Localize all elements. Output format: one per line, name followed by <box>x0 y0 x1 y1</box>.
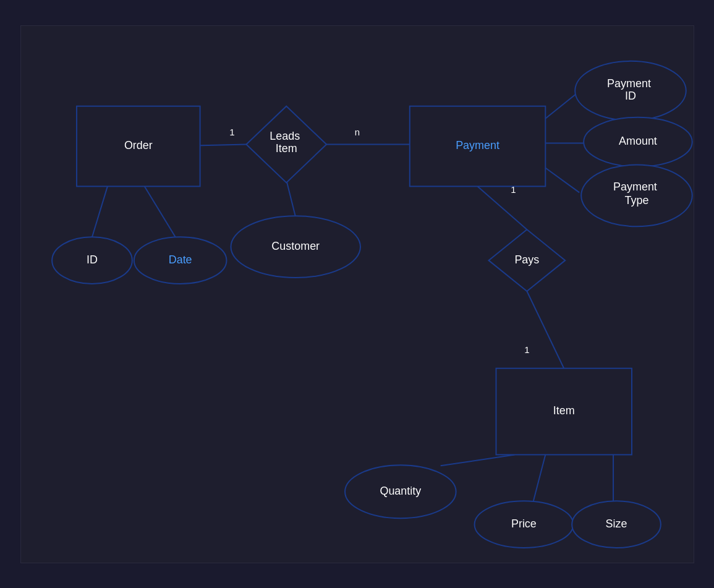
cardinality-1-pays-item: 1 <box>524 344 529 354</box>
er-diagram-svg: Order Payment Leads Item Pays Item ID Da… <box>21 26 694 563</box>
pays-label: Pays <box>514 253 539 265</box>
order-label: Order <box>124 139 152 151</box>
price-label: Price <box>511 517 536 529</box>
svg-line-7 <box>286 180 295 217</box>
svg-line-5 <box>91 186 107 237</box>
svg-line-4 <box>545 168 579 192</box>
cardinality-1-order: 1 <box>229 126 234 137</box>
item-label: Item <box>553 404 574 417</box>
size-label: Size <box>605 517 627 529</box>
cardinality-1-pays-payment: 1 <box>511 184 516 195</box>
diagram-canvas: Order Payment Leads Item Pays Item ID Da… <box>20 25 694 563</box>
customer-label: Customer <box>271 239 320 252</box>
date-label: Date <box>168 253 192 265</box>
id-label: ID <box>87 253 98 265</box>
amount-label: Amount <box>619 135 657 147</box>
payment-label: Payment <box>456 139 499 151</box>
quantity-label: Quantity <box>380 484 421 496</box>
svg-line-9 <box>527 291 564 369</box>
svg-line-8 <box>477 186 527 229</box>
cardinality-n-payment: n <box>354 126 359 137</box>
svg-line-10 <box>440 454 514 466</box>
svg-line-2 <box>545 93 576 118</box>
svg-line-6 <box>144 186 175 237</box>
svg-line-11 <box>533 454 545 502</box>
